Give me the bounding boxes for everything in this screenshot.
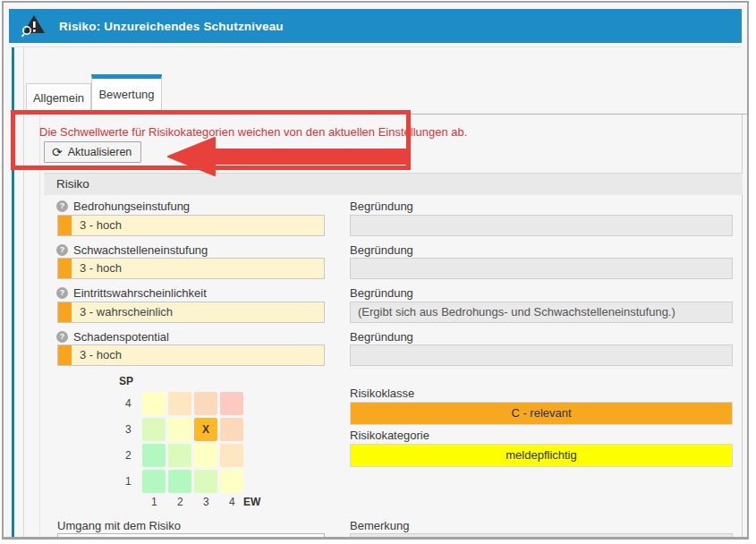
matrix-cell-sp1-ew1[interactable] (142, 470, 166, 493)
tab-allgemein[interactable]: Allgemein (26, 83, 91, 114)
header-separator (9, 47, 742, 47)
matrix-row-label: 3 (125, 423, 132, 436)
reason-input-3[interactable]: (Ergibt sich aus Bedrohungs- und Schwach… (350, 302, 733, 323)
matrix-row-label: 2 (125, 449, 132, 462)
risk-warning-magnifier-icon (21, 14, 48, 38)
threshold-warning-text: Die Schwellwerte für Risikokategorien we… (39, 125, 467, 139)
help-icon[interactable]: ? (56, 287, 68, 299)
risk-level-color-bar (58, 345, 72, 365)
matrix-cell-sp1-ew4[interactable] (220, 470, 243, 493)
risk-category-label: Risikokategorie (350, 429, 429, 442)
matrix-x-axis-label: EW (243, 496, 260, 508)
matrix-cell-sp3-ew1[interactable] (142, 418, 166, 441)
matrix-col-label: 1 (151, 496, 157, 508)
treatment-label: Umgang mit dem Risiko (57, 519, 181, 532)
matrix-col-label: 2 (177, 496, 183, 508)
treatment-select[interactable]: behandeln (57, 533, 325, 540)
matrix-cell-sp4-ew2[interactable] (168, 392, 191, 415)
form-panel-left-border (39, 114, 40, 539)
matrix-cell-sp1-ew2[interactable] (168, 470, 191, 493)
field-label-schwachstelle: Schwachstelleneinstufung (73, 243, 208, 257)
reason-label: Begründung (350, 200, 413, 213)
reason-input-1[interactable] (350, 215, 733, 236)
matrix-cell-sp3-ew3[interactable]: X (194, 418, 217, 441)
reason-label: Begründung (350, 286, 413, 300)
matrix-cell-sp3-ew2[interactable] (168, 418, 191, 441)
matrix-cell-sp4-ew4[interactable] (220, 392, 243, 415)
reason-label: Begründung (350, 330, 413, 344)
remark-label: Bemerkung (350, 519, 409, 532)
risk-class-label: Risikoklasse (350, 387, 414, 400)
bedrohung-value: 3 - hoch (80, 218, 122, 232)
help-icon[interactable]: ? (56, 331, 68, 343)
schwachstelle-select[interactable]: 3 - hoch (57, 258, 325, 279)
page-title: Risiko: Unzureichendes Schutzniveau (59, 20, 284, 33)
help-icon[interactable]: ? (56, 244, 68, 256)
matrix-row-label: 1 (125, 475, 132, 488)
refresh-icon: ⟳ (52, 146, 63, 158)
matrix-cell-sp2-ew3[interactable] (194, 444, 217, 467)
schwachstelle-value: 3 - hoch (80, 261, 122, 275)
matrix-cell-sp4-ew1[interactable] (142, 392, 166, 415)
matrix-cell-sp1-ew3[interactable] (194, 470, 217, 493)
schaden-select[interactable]: 3 - hoch (57, 344, 325, 366)
editor-window: Risiko: Unzureichendes Schutzniveau Allg… (2, 1, 749, 540)
matrix-row-label: 4 (125, 397, 132, 410)
field-label-eintritt: Eintrittswahrscheinlichkeit (73, 286, 207, 300)
reason-input-2[interactable] (350, 258, 733, 279)
risk-class-bar: C - relevant (350, 402, 733, 425)
risk-category-bar: meldepflichtig (350, 444, 733, 467)
eintritt-select[interactable]: 3 - wahrscheinlich (57, 302, 325, 323)
left-panel-border (23, 47, 24, 539)
remark-input[interactable] (350, 533, 733, 540)
bedrohung-select[interactable]: 3 - hoch (57, 215, 325, 236)
title-bar: Risiko: Unzureichendes Schutzniveau (9, 9, 742, 43)
matrix-y-axis-label: SP (119, 375, 133, 387)
aktualisieren-button-label: Aktualisieren (68, 146, 132, 158)
risk-level-color-bar (58, 302, 72, 322)
matrix-col-label: 4 (229, 496, 235, 508)
risk-level-color-bar (58, 259, 72, 278)
matrix-cell-sp4-ew3[interactable] (194, 392, 217, 415)
reason-input-4[interactable] (350, 344, 733, 366)
matrix-cell-sp2-ew1[interactable] (142, 444, 166, 467)
tab-bewertung[interactable]: Bewertung (91, 74, 162, 115)
eintritt-value: 3 - wahrscheinlich (80, 305, 173, 319)
help-icon[interactable]: ? (56, 200, 68, 212)
risiko-section-header: Risiko (44, 173, 743, 195)
field-label-bedrohung: Bedrohungseinstufung (73, 200, 190, 213)
matrix-cell-sp2-ew4[interactable] (220, 444, 243, 467)
matrix-col-label: 3 (203, 496, 209, 508)
reason-label: Begründung (350, 243, 413, 257)
left-accent-rail (12, 47, 14, 539)
screenshot-stage: Risiko: Unzureichendes Schutzniveau Allg… (0, 0, 756, 544)
matrix-cell-sp2-ew2[interactable] (168, 444, 191, 467)
schaden-value: 3 - hoch (80, 348, 122, 361)
matrix-cell-sp3-ew4[interactable] (220, 418, 243, 441)
risk-level-color-bar (58, 216, 72, 235)
field-label-schaden: Schadenspotential (73, 330, 169, 344)
aktualisieren-button[interactable]: ⟳ Aktualisieren (44, 141, 141, 163)
